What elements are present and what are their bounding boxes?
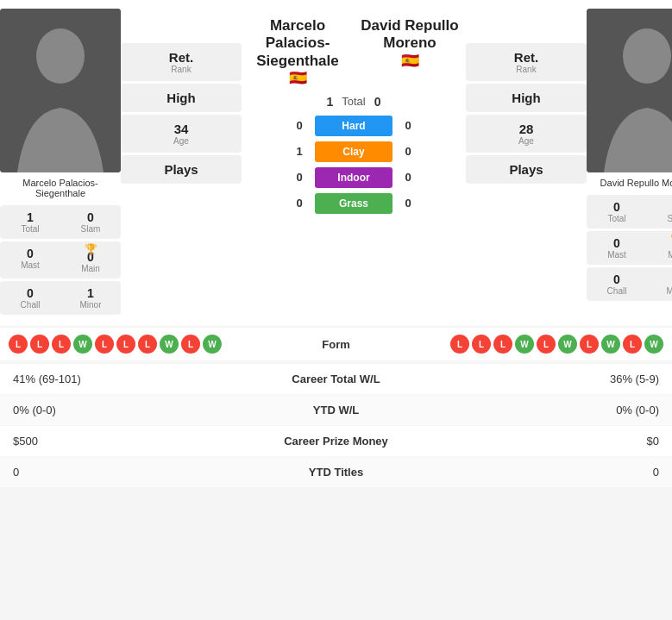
right-age-label: Age (470, 136, 582, 146)
right-mast-val: 0 (613, 236, 620, 250)
right-form-badges: L L L W L W L W L W (450, 335, 663, 354)
left-form-badges: L L L W L L L W L W (9, 335, 222, 354)
prize-right: $0 (457, 435, 659, 448)
right-age-card: 28 Age (466, 115, 587, 153)
right-form-3: L (493, 335, 512, 354)
hard-score-right: 0 (399, 119, 417, 132)
right-form-9: L (623, 335, 642, 354)
total-row: 1 Total 0 (326, 95, 380, 109)
prize-row: $500 Career Prize Money $0 (0, 426, 672, 456)
right-ret-rank-card: Ret. Rank (466, 43, 587, 81)
right-form-8: W (601, 335, 620, 354)
left-age-label: Age (125, 136, 237, 146)
right-minor-cell: 0 Minor (647, 267, 672, 301)
center-name-block: Marcelo Palacios-Siegenthale 🇪🇸 David Re… (242, 17, 466, 88)
right-form-1: L (450, 335, 469, 354)
left-player-name-below: Marcelo Palacios-Siegenthale (0, 178, 121, 198)
left-form-4: W (73, 335, 92, 354)
left-player-name-center: Marcelo Palacios-Siegenthale 🇪🇸 (242, 17, 354, 88)
surface-row-grass: 0 Grass 0 (242, 193, 466, 214)
left-form-3: L (52, 335, 71, 354)
left-rank-label: Rank (125, 65, 237, 74)
left-ret-rank-value: Ret. (125, 50, 237, 65)
left-mast-val: 0 (27, 247, 34, 260)
indoor-badge: Indoor (315, 167, 393, 188)
left-chall-val: 0 (27, 286, 34, 300)
right-slam-cell: 0 Slam (647, 195, 672, 229)
left-ret-rank-card: Ret. Rank (121, 43, 242, 81)
titles-row: 0 YTD Titles 0 (0, 457, 672, 487)
left-minor-val: 1 (87, 286, 94, 300)
left-age-card: 34 Age (121, 115, 242, 153)
titles-label: YTD Titles (215, 466, 457, 479)
prize-left: $500 (13, 435, 215, 448)
left-photo-col: Marcelo Palacios-Siegenthale 1 Total 0 S… (0, 9, 121, 317)
right-rank-label: Rank (470, 65, 582, 74)
ytd-wl-left: 0% (0-0) (13, 404, 215, 416)
clay-badge: Clay (315, 141, 393, 162)
surface-row-indoor: 0 Indoor 0 (242, 167, 466, 188)
total-right: 0 (374, 95, 381, 109)
ytd-wl-right: 0% (0-0) (457, 404, 659, 416)
right-mini-stats-top: 0 Total 0 Slam (587, 195, 672, 229)
ytd-wl-label: YTD W/L (215, 404, 457, 416)
right-flag: 🇪🇸 (401, 53, 419, 69)
grass-score-right: 0 (399, 197, 417, 210)
right-form-2: L (472, 335, 491, 354)
right-main-cell: 🏆 0 Main (647, 231, 672, 265)
svg-point-3 (623, 28, 671, 84)
clay-score-left: 1 (291, 145, 308, 158)
right-player-name-below: David Repullo Moreno (600, 178, 672, 188)
left-form-10: W (203, 335, 222, 354)
left-form-1: L (9, 335, 28, 354)
grass-badge: Grass (315, 193, 393, 214)
left-form-8: W (160, 335, 179, 354)
left-form-6: L (116, 335, 135, 354)
career-wl-label: Career Total W/L (215, 373, 457, 385)
left-mini-stats: 1 Total 0 Slam 0 Mast 🏆 0 Main 0 Chall (0, 205, 121, 317)
total-left: 1 (326, 95, 333, 109)
left-plays-card: Plays (121, 155, 242, 184)
comparison-section: Marcelo Palacios-Siegenthale 1 Total 0 S… (0, 0, 672, 326)
right-high-value: High (470, 91, 582, 105)
right-player-name-center: David Repullo Moreno 🇪🇸 (354, 17, 466, 88)
right-photo-col: David Repullo Moreno 0 Total 0 Slam 0 (587, 9, 672, 317)
left-form-7: L (138, 335, 157, 354)
left-form-5: L (95, 335, 114, 354)
right-plays-value: Plays (470, 162, 582, 177)
right-total-val: 0 (613, 200, 620, 214)
clay-score-right: 0 (399, 145, 417, 158)
hard-score-left: 0 (291, 119, 308, 132)
left-high-card: High (121, 84, 242, 112)
surface-row-hard: 0 Hard 0 (242, 116, 466, 136)
right-total-cell: 0 Total (587, 195, 647, 229)
career-wl-right: 36% (5-9) (457, 373, 659, 385)
indoor-score-right: 0 (399, 171, 417, 184)
right-player-photo (587, 9, 672, 172)
right-ret-rank-value: Ret. (470, 50, 582, 65)
left-form-9: L (181, 335, 200, 354)
prize-label: Career Prize Money (215, 435, 457, 448)
indoor-score-left: 0 (291, 171, 308, 184)
hard-badge: Hard (315, 116, 393, 136)
stats-table: 41% (69-101) Career Total W/L 36% (5-9) … (0, 364, 672, 487)
titles-left: 0 (13, 466, 215, 479)
right-chall-cell: 0 Chall (587, 267, 647, 301)
trophy-icon-left: 🏆 (85, 243, 97, 255)
total-label: Total (342, 95, 365, 108)
form-section: L L L W L L L W L W Form L L L W L W L W… (0, 328, 672, 360)
grass-score-left: 0 (291, 197, 308, 210)
right-mini-stats-mid: 0 Mast 🏆 0 Main (587, 231, 672, 265)
left-slam-val: 0 (87, 210, 94, 224)
right-high-card: High (466, 84, 587, 112)
surface-row-clay: 1 Clay 0 (242, 141, 466, 162)
ytd-wl-row: 0% (0-0) YTD W/L 0% (0-0) (0, 395, 672, 425)
right-form-4: W (515, 335, 534, 354)
right-age-value: 28 (470, 122, 582, 136)
right-form-5: L (537, 335, 556, 354)
surface-rows: 0 Hard 0 1 Clay 0 0 Indoor 0 0 Grass (242, 116, 466, 219)
left-stats-col: Ret. Rank High 34 Age Plays (121, 9, 242, 317)
right-plays-card: Plays (466, 155, 587, 184)
left-total-val: 1 (27, 210, 34, 224)
titles-right: 0 (457, 466, 659, 479)
